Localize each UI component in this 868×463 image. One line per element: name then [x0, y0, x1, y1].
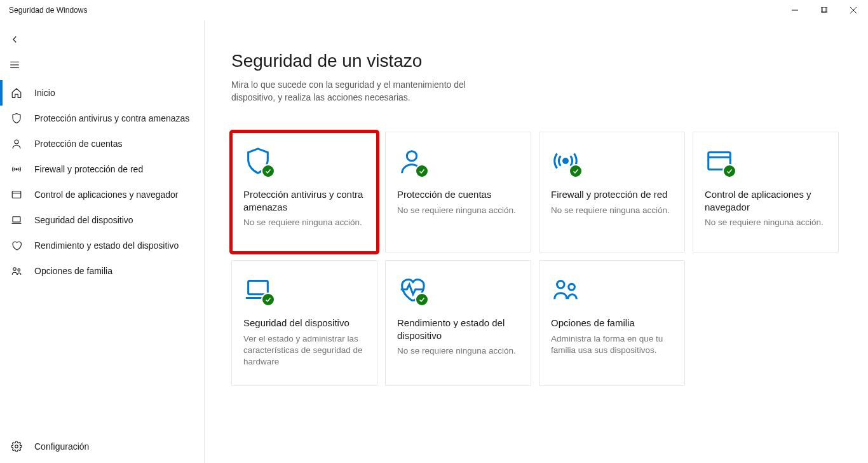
svg-point-8	[15, 140, 18, 144]
main-content: Seguridad de un vistazo Mira lo que suce…	[205, 20, 868, 463]
shield-icon	[10, 113, 23, 124]
sidebar-item-settings[interactable]: Configuración	[0, 434, 204, 459]
sidebar-item-label: Inicio	[34, 88, 55, 98]
svg-rect-1	[821, 7, 826, 12]
tile-device-security[interactable]: Seguridad del dispositivo Ver el estado …	[231, 260, 377, 386]
svg-rect-12	[13, 217, 20, 222]
tile-subtitle: No se requiere ninguna acción.	[243, 217, 365, 228]
titlebar: Seguridad de Windows	[0, 0, 868, 20]
svg-point-14	[13, 268, 17, 271]
sidebar-item-label: Opciones de familia	[34, 266, 112, 276]
maximize-button[interactable]	[810, 0, 839, 20]
hamburger-button[interactable]	[0, 52, 204, 78]
sidebar-item-label: Control de aplicaciones y navegador	[34, 190, 178, 200]
back-button[interactable]	[0, 27, 204, 52]
tile-performance[interactable]: Rendimiento y estado del dispositivo No …	[385, 260, 531, 386]
svg-point-9	[16, 169, 17, 170]
tile-subtitle: No se requiere ninguna acción.	[551, 205, 673, 216]
tile-subtitle: No se requiere ninguna acción.	[397, 205, 519, 216]
app-window-icon	[10, 189, 23, 200]
gear-icon	[10, 441, 23, 452]
status-ok-icon	[722, 164, 736, 178]
svg-point-24	[569, 284, 575, 291]
sidebar-item-label: Firewall y protección de red	[34, 164, 143, 174]
status-ok-icon	[415, 293, 429, 307]
home-icon	[10, 87, 23, 99]
person-icon	[10, 138, 23, 149]
minimize-button[interactable]	[780, 0, 810, 20]
status-ok-icon	[261, 293, 275, 307]
svg-rect-21	[248, 281, 268, 294]
svg-rect-10	[12, 191, 21, 198]
antenna-icon	[10, 163, 23, 175]
laptop-icon	[10, 214, 23, 226]
tile-title: Rendimiento y estado del dispositivo	[397, 317, 519, 342]
tile-account[interactable]: Protección de cuentas No se requiere nin…	[385, 132, 531, 252]
svg-point-17	[407, 151, 416, 161]
tile-family[interactable]: Opciones de familia Administra la forma …	[539, 260, 685, 386]
tile-title: Protección de cuentas	[397, 188, 519, 201]
sidebar-item-device-security[interactable]: Seguridad del dispositivo	[0, 207, 204, 233]
status-ok-icon	[569, 164, 583, 178]
tile-subtitle: Administra la forma en que tu familia us…	[551, 333, 673, 356]
sidebar-item-performance[interactable]: Rendimiento y estado del dispositivo	[0, 233, 204, 258]
tile-subtitle: No se requiere ninguna acción.	[397, 345, 519, 357]
tile-subtitle: No se requiere ninguna acción.	[705, 217, 827, 228]
family-icon	[10, 265, 23, 277]
sidebar: Inicio Protección antivirus y contra ame…	[0, 20, 205, 463]
svg-rect-2	[822, 7, 827, 12]
status-ok-icon	[415, 164, 429, 178]
sidebar-item-home[interactable]: Inicio	[0, 80, 204, 106]
tile-title: Seguridad del dispositivo	[243, 317, 365, 329]
sidebar-item-label: Protección de cuentas	[34, 139, 123, 149]
sidebar-item-label: Seguridad del dispositivo	[34, 215, 133, 225]
svg-point-15	[18, 269, 20, 272]
heart-icon	[10, 240, 23, 251]
tile-title: Firewall y protección de red	[551, 188, 673, 201]
close-button[interactable]	[839, 0, 868, 20]
sidebar-item-label: Protección antivirus y contra amenazas	[34, 113, 189, 123]
page-subtitle: Mira lo que sucede con la seguridad y el…	[231, 79, 498, 104]
sidebar-item-virus[interactable]: Protección antivirus y contra amenazas	[0, 106, 204, 131]
sidebar-item-app-browser[interactable]: Control de aplicaciones y navegador	[0, 182, 204, 207]
svg-point-18	[564, 159, 568, 163]
page-title: Seguridad de un vistazo	[231, 51, 841, 71]
sidebar-item-account[interactable]: Protección de cuentas	[0, 131, 204, 156]
sidebar-item-label: Configuración	[34, 441, 89, 452]
status-ok-icon	[261, 164, 275, 178]
tile-virus[interactable]: Protección antivirus y contra amenazas N…	[231, 132, 377, 252]
tile-firewall[interactable]: Firewall y protección de red No se requi…	[539, 132, 685, 252]
sidebar-item-firewall[interactable]: Firewall y protección de red	[0, 156, 204, 182]
tile-title: Protección antivirus y contra amenazas	[243, 188, 365, 213]
family-icon	[551, 275, 580, 304]
tile-app-browser[interactable]: Control de aplicaciones y navegador No s…	[693, 132, 839, 252]
tile-subtitle: Ver el estado y administrar las caracter…	[243, 333, 365, 368]
svg-point-23	[557, 281, 565, 289]
tile-title: Control de aplicaciones y navegador	[705, 188, 827, 213]
window-title: Seguridad de Windows	[9, 6, 87, 15]
svg-point-16	[15, 445, 18, 448]
tile-title: Opciones de familia	[551, 317, 673, 329]
tiles-grid: Protección antivirus y contra amenazas N…	[231, 132, 841, 386]
sidebar-item-family[interactable]: Opciones de familia	[0, 258, 204, 284]
sidebar-item-label: Rendimiento y estado del dispositivo	[34, 240, 179, 251]
